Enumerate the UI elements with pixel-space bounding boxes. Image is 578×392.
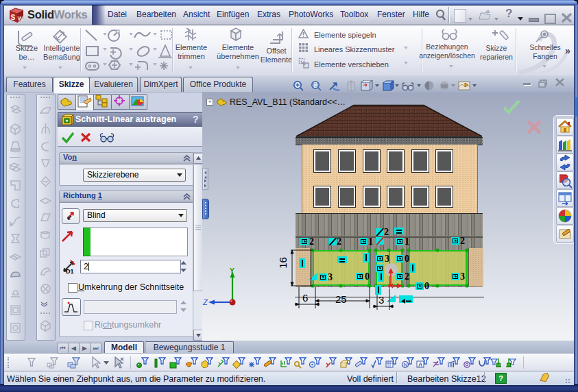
- svg-text:D1: D1: [66, 268, 74, 274]
- svg-text:A: A: [418, 361, 422, 368]
- svg-text:Z: Z: [202, 298, 208, 306]
- svg-text:Y: Y: [230, 267, 234, 275]
- svg-text:W: W: [18, 15, 24, 22]
- svg-text:N: N: [404, 362, 408, 368]
- svg-text:S: S: [11, 14, 16, 21]
